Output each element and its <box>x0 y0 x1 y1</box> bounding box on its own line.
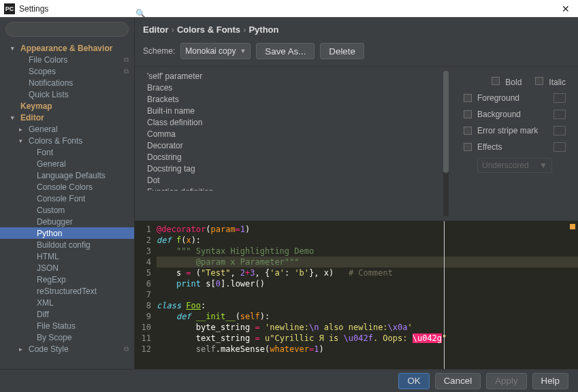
attribute--self-parameter[interactable]: 'self' parameter <box>147 71 451 82</box>
tree-label: RegExp <box>37 275 66 284</box>
background-checkbox[interactable] <box>464 110 472 118</box>
tree-item-file-colors[interactable]: File Colors⧉ <box>0 54 134 65</box>
tree-item-custom[interactable]: Custom <box>0 204 134 216</box>
tree-item-json[interactable]: JSON <box>0 262 134 274</box>
scrollbar[interactable] <box>443 71 449 216</box>
tree-item-colors-fonts[interactable]: ▾Colors & Fonts <box>0 135 134 146</box>
tree-label: Code Style <box>29 344 69 354</box>
tree-arrow-icon[interactable]: ▾ <box>11 114 19 121</box>
search-input[interactable] <box>5 22 129 37</box>
scheme-dropdown[interactable]: Monokai copy ▼ <box>180 43 251 59</box>
attribute-decorator[interactable]: Decorator <box>147 140 451 152</box>
tree-item-code-style[interactable]: ▸Code Style⧉ <box>0 343 134 355</box>
tree-label: By Scope <box>37 333 71 342</box>
tree-item-scopes[interactable]: Scopes⧉ <box>0 65 134 77</box>
tree-arrow-icon[interactable]: ▸ <box>19 346 27 353</box>
tree-label: Keymap <box>20 101 52 111</box>
tree-item-language-defaults[interactable]: Language Defaults <box>0 169 134 181</box>
tree-label: Scopes <box>29 67 56 76</box>
close-icon[interactable]: ✕ <box>558 2 574 16</box>
tree-item-debugger[interactable]: Debugger <box>0 216 134 227</box>
tree-item-python[interactable]: Python <box>0 227 134 239</box>
italic-checkbox[interactable] <box>535 77 543 85</box>
tree-item-font[interactable]: Font <box>0 146 134 158</box>
tree-arrow-icon[interactable]: ▾ <box>19 137 27 144</box>
settings-tree[interactable]: ▾Appearance & BehaviorFile Colors⧉Scopes… <box>0 41 134 366</box>
background-swatch[interactable] <box>553 110 566 119</box>
effects-checkbox[interactable] <box>464 143 472 151</box>
attribute-braces[interactable]: Braces <box>147 82 451 94</box>
tree-label: Notifications <box>29 78 73 88</box>
style-options: Bold Italic Foreground Background Error … <box>451 67 578 220</box>
tree-item-regexp[interactable]: RegExp <box>0 274 134 285</box>
save-as-button[interactable]: Save As... <box>256 43 315 59</box>
tree-item-buildout-config[interactable]: Buildout config <box>0 239 134 250</box>
foreground-checkbox[interactable] <box>464 94 472 102</box>
tree-item-diff[interactable]: Diff <box>0 308 134 320</box>
line-number: 3 <box>135 246 151 257</box>
attribute-docstring-tag[interactable]: Docstring tag <box>147 163 451 175</box>
tree-label: Font <box>37 148 53 157</box>
tree-item-general[interactable]: ▸General <box>0 123 134 135</box>
bold-checkbox[interactable] <box>492 77 500 85</box>
tree-item-general[interactable]: General <box>0 158 134 169</box>
attribute-docstring[interactable]: Docstring <box>147 152 451 163</box>
cancel-button[interactable]: Cancel <box>435 373 481 389</box>
tree-label: Diff <box>37 310 49 319</box>
effects-type-value: Underscored <box>482 161 529 170</box>
delete-button[interactable]: Delete <box>320 43 364 59</box>
code-area[interactable]: @decorator(param=1) def f(x): """ Syntax… <box>157 221 578 369</box>
tree-label: Editor <box>20 113 44 122</box>
warning-marker[interactable] <box>570 224 575 229</box>
tree-item-html[interactable]: HTML <box>0 250 134 262</box>
gutter: 123456789101112 <box>135 221 157 369</box>
tree-item-keymap[interactable]: Keymap <box>0 100 134 112</box>
attribute-brackets[interactable]: Brackets <box>147 94 451 105</box>
settings-sidebar: 🔍 ▾Appearance & BehaviorFile Colors⧉Scop… <box>0 18 135 369</box>
foreground-swatch[interactable] <box>553 93 566 103</box>
error-stripe-label: Error stripe mark <box>477 126 538 135</box>
tree-item-appearance-behavior[interactable]: ▾Appearance & Behavior <box>0 42 134 54</box>
tree-arrow-icon[interactable]: ▸ <box>19 126 27 133</box>
line-number: 4 <box>135 257 151 267</box>
effects-type-dropdown[interactable]: Underscored ▼ <box>477 158 552 173</box>
app-icon: PC <box>4 3 15 14</box>
line-number: 2 <box>135 235 151 246</box>
tree-item-editor[interactable]: ▾Editor <box>0 112 134 123</box>
italic-label: Italic <box>549 78 566 87</box>
error-stripe-checkbox[interactable] <box>464 127 472 135</box>
attribute-built-in-name[interactable]: Built-in name <box>147 105 451 117</box>
search-icon: 🔍 <box>135 9 146 18</box>
help-button[interactable]: Help <box>532 373 568 389</box>
tree-item-by-scope[interactable]: By Scope <box>0 331 134 343</box>
tree-item-console-font[interactable]: Console Font <box>0 193 134 204</box>
attribute-list[interactable]: 'self' parameterBracesBracketsBuilt-in n… <box>135 67 451 191</box>
attribute-dot[interactable]: Dot <box>147 175 451 186</box>
line-number: 7 <box>135 289 151 300</box>
code-preview[interactable]: 123456789101112 @decorator(param=1) def … <box>135 220 578 369</box>
tree-item-restructuredtext[interactable]: reStructuredText <box>0 285 134 297</box>
apply-button[interactable]: Apply <box>486 373 526 389</box>
tree-item-console-colors[interactable]: Console Colors <box>0 181 134 193</box>
line-number: 8 <box>135 300 151 311</box>
attribute-class-definition[interactable]: Class definition <box>147 117 451 129</box>
scheme-label: Scheme: <box>143 46 175 56</box>
tree-label: XML <box>37 298 54 308</box>
breadcrumb: Editor›Colors & Fonts›Python <box>135 18 578 39</box>
tree-arrow-icon[interactable]: ▾ <box>11 45 19 52</box>
attribute-comma[interactable]: Comma <box>147 129 451 140</box>
tree-item-xml[interactable]: XML <box>0 297 134 308</box>
ok-button[interactable]: OK <box>398 373 429 389</box>
tree-label: HTML <box>37 252 59 261</box>
scrollbar-thumb[interactable] <box>443 71 449 173</box>
tree-label: General <box>29 125 58 134</box>
attribute-function-definition[interactable]: Function definition <box>147 186 451 191</box>
error-stripe-swatch[interactable] <box>553 126 566 135</box>
effects-swatch[interactable] <box>553 142 566 152</box>
project-badge-icon: ⧉ <box>124 56 129 64</box>
tree-item-file-status[interactable]: File Status <box>0 320 134 331</box>
tree-item-quick-lists[interactable]: Quick Lists <box>0 88 134 100</box>
line-number: 5 <box>135 267 151 278</box>
background-label: Background <box>477 110 521 119</box>
tree-item-notifications[interactable]: Notifications <box>0 77 134 88</box>
